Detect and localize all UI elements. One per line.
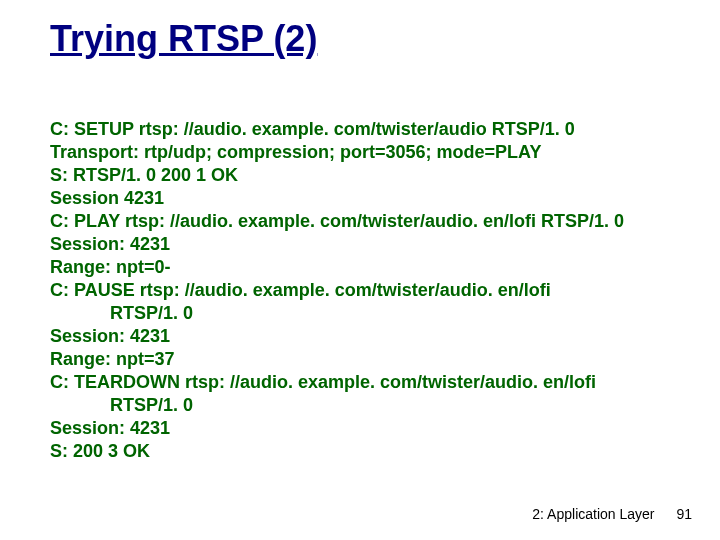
code-line: C: PLAY rtsp: //audio. example. com/twis… [50, 210, 670, 233]
code-line: Range: npt=0- [50, 256, 670, 279]
footer-page-number: 91 [676, 506, 692, 522]
slide-footer: 2: Application Layer 91 [532, 506, 692, 522]
slide-title: Trying RTSP (2) [50, 18, 317, 60]
code-line: RTSP/1. 0 [50, 302, 670, 325]
code-line: S: 200 3 OK [50, 440, 670, 463]
code-line: Session: 4231 [50, 325, 670, 348]
slide-body: C: SETUP rtsp: //audio. example. com/twi… [50, 118, 670, 463]
code-line: C: SETUP rtsp: //audio. example. com/twi… [50, 118, 670, 141]
code-line: S: RTSP/1. 0 200 1 OK [50, 164, 670, 187]
code-line: C: PAUSE rtsp: //audio. example. com/twi… [50, 279, 670, 302]
code-line: Session 4231 [50, 187, 670, 210]
code-line: C: TEARDOWN rtsp: //audio. example. com/… [50, 371, 670, 394]
code-line: Session: 4231 [50, 233, 670, 256]
footer-chapter: 2: Application Layer [532, 506, 654, 522]
code-line: Session: 4231 [50, 417, 670, 440]
code-line: Transport: rtp/udp; compression; port=30… [50, 141, 670, 164]
code-line: Range: npt=37 [50, 348, 670, 371]
code-line: RTSP/1. 0 [50, 394, 670, 417]
slide: Trying RTSP (2) C: SETUP rtsp: //audio. … [0, 0, 720, 540]
